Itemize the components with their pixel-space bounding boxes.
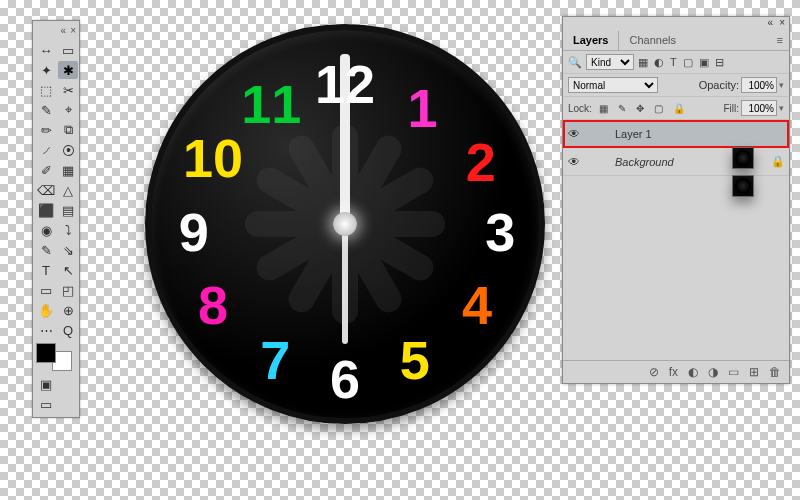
lock-icon: 🔒 [771, 155, 785, 168]
tool-8[interactable]: ✏ [36, 121, 56, 139]
tool-22[interactable]: T [36, 261, 56, 279]
opacity-label: Opacity: [699, 79, 739, 91]
tool-4[interactable]: ⬚ [36, 81, 56, 99]
clock-number-7: 7 [260, 333, 290, 387]
tool-19[interactable]: ⤵ [58, 221, 78, 239]
layers-footer-action-2[interactable]: ◐ [688, 365, 698, 379]
tool-2[interactable]: ✦ [36, 61, 56, 79]
tool-21[interactable]: ⇘ [58, 241, 78, 259]
tool-28[interactable]: ⋯ [36, 321, 56, 339]
clock-number-9: 9 [179, 205, 209, 259]
tool-20[interactable]: ✎ [36, 241, 56, 259]
layer-name[interactable]: Layer 1 [615, 128, 785, 140]
layer-row-1[interactable]: 👁Background🔒 [563, 148, 789, 176]
tab-channels[interactable]: Channels [619, 31, 685, 50]
blend-row: Normal Opacity: ▾ [563, 74, 789, 97]
lock-row: Lock: ▦ ✎ ✥ ▢ 🔒 Fill: ▾ [563, 97, 789, 120]
screen-mode-toggle[interactable]: ▭ [36, 395, 56, 413]
clock-number-8: 8 [198, 278, 228, 332]
clock-number-4: 4 [462, 278, 492, 332]
panel-tabs: Layers Channels ≡ [563, 31, 789, 51]
tool-18[interactable]: ◉ [36, 221, 56, 239]
filter-pixel-icon[interactable]: ▦ [638, 56, 648, 69]
opacity-chevron-icon[interactable]: ▾ [779, 80, 784, 90]
tool-0[interactable]: ↔ [36, 41, 56, 59]
tool-15[interactable]: △ [58, 181, 78, 199]
filter-type-icon[interactable]: T [670, 56, 677, 69]
tool-palette-header: « × [36, 25, 76, 39]
opacity-field[interactable] [741, 77, 777, 93]
layer-visibility-toggle[interactable]: 👁 [567, 127, 581, 141]
fill-field[interactable] [741, 100, 777, 116]
collapse-icon[interactable]: « [61, 25, 67, 39]
tool-1[interactable]: ▭ [58, 41, 78, 59]
tool-6[interactable]: ✎ [36, 101, 56, 119]
filter-smart-icon[interactable]: ▣ [699, 56, 709, 69]
lock-paint-icon[interactable]: ✎ [618, 103, 626, 114]
lock-position-icon[interactable]: ✥ [636, 103, 644, 114]
lock-transparency-icon[interactable]: ▦ [599, 103, 608, 114]
lock-all-icon[interactable]: 🔒 [673, 103, 685, 114]
layers-footer-action-6[interactable]: 🗑 [769, 365, 781, 379]
panel-menu-icon[interactable]: ≡ [771, 31, 789, 50]
tool-11[interactable]: ⦿ [58, 141, 78, 159]
panel-close-icon[interactable]: × [779, 17, 785, 31]
layers-footer-action-0[interactable]: ⊘ [649, 365, 659, 379]
layers-panel-footer: ⊘fx◐◑▭⊞🗑 [563, 360, 789, 383]
clock-number-11: 11 [241, 77, 301, 131]
tool-27[interactable]: ⊕ [58, 301, 78, 319]
search-icon: 🔍 [568, 56, 582, 69]
tool-5[interactable]: ✂ [58, 81, 78, 99]
clock-number-12: 12 [315, 57, 375, 111]
fill-label: Fill: [723, 103, 739, 114]
tool-17[interactable]: ▤ [58, 201, 78, 219]
filter-kind-dropdown[interactable]: Kind [586, 54, 634, 70]
clock-hour-hand [342, 224, 348, 344]
tool-25[interactable]: ◰ [58, 281, 78, 299]
tool-3[interactable]: ✱ [58, 61, 78, 79]
layer-thumbnail[interactable] [732, 147, 754, 169]
clock-number-1: 1 [408, 81, 438, 135]
tool-12[interactable]: ✐ [36, 161, 56, 179]
layer-thumbnail[interactable] [732, 175, 754, 197]
lock-artboard-icon[interactable]: ▢ [654, 103, 663, 114]
blend-mode-dropdown[interactable]: Normal [568, 77, 658, 93]
layer-row-0[interactable]: 👁Layer 1 [563, 120, 789, 148]
layer-filter-row: 🔍 Kind ▦ ◐ T ▢ ▣ ⊟ [563, 51, 789, 74]
clock-artwork: 121234567891011 [145, 24, 545, 424]
layers-footer-action-5[interactable]: ⊞ [749, 365, 759, 379]
close-icon[interactable]: × [70, 25, 76, 39]
clock-number-2: 2 [466, 135, 496, 189]
layers-footer-action-3[interactable]: ◑ [708, 365, 718, 379]
filter-toggle-icon[interactable]: ⊟ [715, 56, 724, 69]
clock-number-10: 10 [183, 131, 243, 185]
tool-26[interactable]: ✋ [36, 301, 56, 319]
tool-24[interactable]: ▭ [36, 281, 56, 299]
clock-center [333, 212, 357, 236]
tool-13[interactable]: ▦ [58, 161, 78, 179]
tool-7[interactable]: ⌖ [58, 101, 78, 119]
clock-number-3: 3 [485, 205, 515, 259]
tool-29[interactable]: Q [58, 321, 78, 339]
layers-footer-action-4[interactable]: ▭ [728, 365, 739, 379]
tool-14[interactable]: ⌫ [36, 181, 56, 199]
quick-mask-toggle[interactable]: ▣ [36, 375, 56, 393]
tool-9[interactable]: ⧉ [58, 121, 78, 139]
tool-palette: « × ↔▭✦✱⬚✂✎⌖✏⧉⟋⦿✐▦⌫△⬛▤◉⤵✎⇘T↖▭◰✋⊕⋯Q ▣ ▭ [32, 20, 80, 418]
foreground-color[interactable] [36, 343, 56, 363]
panel-collapse-icon[interactable]: « [768, 17, 774, 31]
tab-layers[interactable]: Layers [563, 31, 619, 50]
filter-adjust-icon[interactable]: ◐ [654, 56, 664, 69]
filter-shape-icon[interactable]: ▢ [683, 56, 693, 69]
fill-chevron-icon[interactable]: ▾ [779, 103, 784, 113]
clock-number-5: 5 [400, 333, 430, 387]
color-swatches[interactable] [36, 343, 72, 371]
layers-list: 👁Layer 1👁Background🔒 [563, 120, 789, 360]
layers-panel: « × Layers Channels ≡ 🔍 Kind ▦ ◐ T ▢ ▣ ⊟… [562, 16, 790, 384]
layers-footer-action-1[interactable]: fx [669, 365, 678, 379]
layer-visibility-toggle[interactable]: 👁 [567, 155, 581, 169]
clock-number-6: 6 [330, 352, 360, 406]
tool-23[interactable]: ↖ [58, 261, 78, 279]
tool-16[interactable]: ⬛ [36, 201, 56, 219]
tool-10[interactable]: ⟋ [36, 141, 56, 159]
